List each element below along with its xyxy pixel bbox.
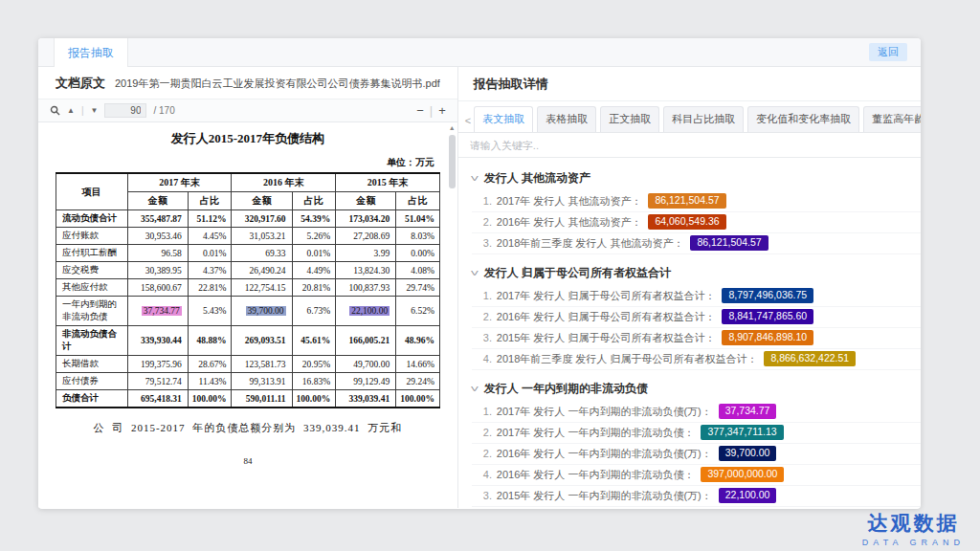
logo-cn-text: 达观数据 (862, 510, 965, 537)
extract-item[interactable]: 3.2015年 发行人 归属于母公司所有者权益合计：8,907,846,898.… (472, 328, 921, 349)
value-badge[interactable]: 8,841,747,865.60 (722, 309, 813, 324)
item-index: 2. (472, 216, 497, 228)
table-cell: 166,005.21 (336, 326, 396, 356)
page-down-icon[interactable]: ▼ (91, 106, 99, 115)
extract-item[interactable]: 4.2016年 发行人 一年内到期的非流动负债：397,000,000.00 (472, 465, 921, 486)
extract-item[interactable]: 3.2015年 发行人 一年内到期的非流动负债(万)：22,100.00 (472, 486, 921, 507)
table-cell: 14.66% (396, 356, 440, 373)
value-badge[interactable]: 86,121,504.57 (648, 193, 725, 209)
detail-tab-3[interactable]: 科目占比抽取 (663, 106, 744, 132)
back-button[interactable]: 返回 (869, 43, 907, 61)
table-row: 一年内到期的非流动负债37,734.775.43%39,700.006.73%2… (56, 297, 439, 326)
page-total: / 170 (153, 105, 174, 116)
extract-item[interactable]: 1.2017年 发行人 其他流动资产：86,121,504.57 (472, 191, 921, 212)
pdf-page: 发行人2015-2017年负债结构 单位：万元 项目 2017 年末 2016 … (56, 130, 440, 466)
col-header-amount: 金额 (336, 192, 396, 210)
search-input[interactable] (470, 140, 921, 151)
table-row: 非流动负债合计339,930.4448.88%269,093.5145.61%1… (56, 326, 439, 356)
table-cell: 590,011.11 (232, 390, 292, 408)
table-cell: 28.67% (188, 356, 232, 373)
tab-report-extract[interactable]: 报告抽取 (54, 38, 128, 67)
table-cell: 100.00% (292, 390, 336, 408)
extract-item[interactable]: 2.2016年 发行人 归属于母公司所有者权益合计：8,841,747,865.… (472, 307, 921, 328)
pdf-scrollbar[interactable]: ▲ (448, 124, 457, 188)
table-cell: 173,034.20 (336, 210, 396, 228)
datagrand-logo: 达观数据 DATA GRAND (862, 510, 965, 547)
value-badge[interactable]: 8,907,846,898.10 (722, 330, 813, 345)
table-cell: 5.26% (292, 228, 336, 245)
table-row: 长期借款199,375.9628.67%123,581.7320.95%49,7… (56, 356, 439, 373)
value-badge[interactable]: 377,347,711.13 (701, 425, 783, 440)
table-cell: 30,953.46 (127, 228, 188, 245)
tabs-scroll-left-icon[interactable]: < (462, 115, 474, 132)
table-row: 应付账款30,953.464.45%31,053.215.26%27,208.6… (56, 228, 439, 245)
extract-item[interactable]: 4.2018年前三季度 发行人 归属于母公司所有者权益合计：8,866,632,… (472, 349, 921, 370)
extract-group-header[interactable]: >发行人 其他流动资产 (472, 164, 921, 191)
col-header-ratio: 占比 (188, 192, 232, 210)
item-index: 2. (472, 448, 497, 459)
extract-group-header[interactable]: >发行人 一年内到期的非流动负债 (472, 374, 921, 402)
value-badge[interactable]: 64,060,549.36 (648, 214, 725, 230)
detail-tab-5[interactable]: 董监高年龄抽取 (863, 106, 921, 132)
item-label: 2016年 发行人 一年内到期的非流动负债： (497, 468, 695, 482)
extract-group-header[interactable]: >发行人 归属于母公司所有者权益合计 (472, 258, 921, 286)
table-cell: 199,375.96 (127, 356, 188, 373)
extract-item[interactable]: 3.2018年前三季度 发行人 其他流动资产：86,121,504.57 (472, 233, 921, 254)
pdf-body-text: 公 司 2015-2017 年的负债总额分别为 339,039.41 万元和 (56, 421, 440, 435)
highlighted-value[interactable]: 37,734.77 (142, 306, 182, 316)
detail-tab-4[interactable]: 变化值和变化率抽取 (747, 106, 859, 132)
item-label: 2017年 发行人 一年内到期的非流动负债： (497, 426, 695, 440)
value-badge[interactable]: 86,121,504.57 (690, 235, 768, 251)
detail-tab-2[interactable]: 正文抽取 (600, 106, 659, 132)
value-badge[interactable]: 37,734.77 (719, 404, 777, 419)
table-cell: 0.01% (188, 245, 232, 262)
col-header-amount: 金额 (127, 192, 188, 210)
table-cell: 123,581.73 (232, 356, 292, 373)
extract-item[interactable]: 6.2015年 发行人 一年内到期的非流动负债：221,000,000.00 (472, 507, 921, 508)
extraction-title: 报告抽取详情 (458, 67, 921, 101)
pdf-toolbar: ▲ | ▼ / 170 − | + (38, 99, 457, 122)
extraction-list: >发行人 其他流动资产1.2017年 发行人 其他流动资产：86,121,504… (458, 158, 921, 508)
table-cell: 20.81% (292, 279, 336, 297)
search-bar (458, 133, 921, 158)
item-index: 2. (472, 427, 497, 438)
value-badge[interactable]: 39,700.00 (719, 446, 777, 461)
zoom-in-button[interactable]: + (438, 103, 446, 118)
extract-item[interactable]: 1.2017年 发行人 一年内到期的非流动负债(万)：37,734.77 (472, 402, 921, 423)
table-cell: 4.45% (188, 228, 232, 245)
row-item-name: 非流动负债合计 (56, 326, 127, 356)
extract-item[interactable]: 2.2016年 发行人 一年内到期的非流动负债(万)：39,700.00 (472, 444, 921, 465)
highlighted-value[interactable]: 22,100.00 (349, 306, 390, 316)
item-index: 4. (472, 353, 497, 364)
value-badge[interactable]: 397,000,000.00 (701, 467, 784, 482)
item-label: 2015年 发行人 一年内到期的非流动负债(万)： (497, 489, 712, 503)
table-cell: 48.88% (188, 326, 232, 356)
table-cell: 37,734.77 (127, 297, 188, 326)
table-row: 流动负债合计355,487.8751.12%320,917.6054.39%17… (56, 210, 439, 228)
value-badge[interactable]: 8,866,632,422.51 (764, 351, 856, 366)
table-cell: 11.43% (188, 373, 232, 390)
extract-item[interactable]: 1.2017年 发行人 归属于母公司所有者权益合计：8,797,496,036.… (472, 286, 921, 307)
scroll-up-icon[interactable]: ▲ (448, 124, 457, 132)
page-number-input[interactable] (104, 103, 146, 118)
extract-item[interactable]: 2.2017年 发行人 一年内到期的非流动负债：377,347,711.13 (472, 423, 921, 444)
table-cell: 30,389.95 (127, 262, 188, 279)
zoom-out-button[interactable]: − (416, 103, 424, 118)
extract-item[interactable]: 2.2016年 发行人 其他流动资产：64,060,549.36 (472, 212, 921, 233)
item-label: 2016年 发行人 一年内到期的非流动负债(万)： (497, 447, 712, 461)
row-item-name: 应交税费 (56, 262, 127, 279)
page-up-icon[interactable]: ▲ (67, 106, 75, 115)
item-label: 2018年前三季度 发行人 其他流动资产： (497, 236, 684, 251)
search-icon[interactable] (50, 105, 60, 116)
group-title: 发行人 一年内到期的非流动负债 (484, 381, 648, 397)
table-cell: 69.33 (232, 245, 292, 262)
pdf-viewer[interactable]: 发行人2015-2017年负债结构 单位：万元 项目 2017 年末 2016 … (38, 122, 457, 508)
detail-tab-1[interactable]: 表格抽取 (537, 106, 596, 132)
highlighted-value[interactable]: 39,700.00 (246, 306, 286, 316)
chevron-down-icon: > (467, 271, 481, 276)
value-badge[interactable]: 8,797,496,036.75 (722, 288, 813, 303)
detail-tab-0[interactable]: 表文抽取 (474, 106, 533, 132)
scrollbar-thumb[interactable] (449, 135, 456, 188)
table-cell: 4.49% (292, 262, 336, 279)
value-badge[interactable]: 22,100.00 (719, 488, 777, 503)
